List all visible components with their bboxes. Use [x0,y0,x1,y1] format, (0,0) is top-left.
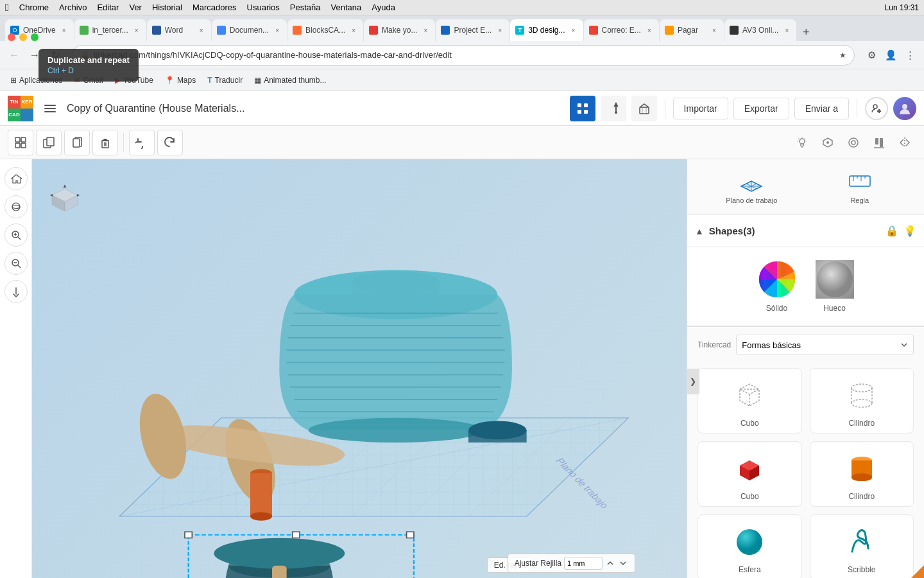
more-btn[interactable]: ⋮ [901,46,919,64]
user-avatar[interactable] [893,97,916,120]
reload-button[interactable]: ↻ [46,46,64,64]
tab-make[interactable]: Make yo... × [364,19,435,41]
minimize-button[interactable] [19,33,27,41]
duplicate-button[interactable] [36,130,62,155]
canvas-area[interactable]: ▲ ◄ ► [32,159,687,578]
close-button[interactable] [8,33,15,41]
ventana-menu[interactable]: Ventana [331,3,362,12]
pestana-menu[interactable]: Pestaña [290,3,321,12]
tab-close-blocks[interactable]: × [349,26,358,35]
tab-close-3ddesign[interactable]: × [569,26,578,35]
tab-close-onedrive[interactable]: × [60,26,69,35]
hueco-option[interactable]: Hueco [816,260,854,313]
grid-size-input[interactable] [564,557,603,570]
tab-3ddesign[interactable]: T 3D desig... × [510,19,583,41]
chrome-menu[interactable]: Chrome [19,3,49,12]
delete-button[interactable] [92,130,118,155]
bookmark-maps[interactable]: 📍 Maps [160,72,201,89]
ayuda-menu[interactable]: Ayuda [372,3,395,12]
tab-doc[interactable]: Documen... × [212,19,287,41]
extensions-btn[interactable]: ⚙ [862,46,880,64]
tab-close-intercer[interactable]: × [132,26,141,35]
cilindro-solid-icon [843,450,881,488]
cilindro-solid-card[interactable]: Cilindro [810,441,914,507]
svg-text:Plano de trabajo: Plano de trabajo [554,456,610,510]
tab-blocks[interactable]: BlocksCA... × [287,19,363,41]
maximize-button[interactable] [31,33,38,41]
zoom-out-button[interactable] [4,252,28,275]
tab-intercer[interactable]: in_tercer... × [74,19,146,41]
dropdown-chevron-icon [900,341,908,349]
library-dropdown[interactable]: Formas básicas [736,335,914,355]
solido-option[interactable]: Sólido [758,260,796,313]
bookmark-gmail[interactable]: ✉ Gmail [69,72,108,89]
marcadores-menu[interactable]: Marcadores [193,3,237,12]
light-toggle-button[interactable] [791,131,814,154]
ver-menu[interactable]: Ver [129,3,142,12]
export-button[interactable]: Exportar [733,98,789,119]
import-button[interactable]: Importar [673,98,728,119]
bookmark-traducir[interactable]: T Traducir [202,72,248,89]
cubo-outline-card[interactable]: Cubo [697,368,802,434]
bookmark-aplicaciones[interactable]: ⊞ Aplicaciones [5,72,67,89]
rotate-view-button[interactable] [4,195,28,218]
editar-menu[interactable]: Editar [97,3,119,12]
tab-close-word[interactable]: × [197,26,206,35]
grid-view-button[interactable] [570,96,595,121]
tab-pagar[interactable]: Pagar × [660,19,724,41]
scribble-card[interactable]: Scribble [810,514,914,578]
archivo-menu[interactable]: Archivo [59,3,87,12]
tab-close-make[interactable]: × [421,26,430,35]
tab-word[interactable]: Word × [147,19,211,41]
shapes-panel-header: ▲ Shapes(3) 🔒 💡 [687,215,924,247]
tab-close-pagar[interactable]: × [710,26,719,35]
forward-button[interactable]: → [26,46,44,64]
address-bar[interactable]: 🔒 tinkercad.com/things/hIVKIAcjCDQ-copy-… [72,45,855,66]
add-user-button[interactable] [865,97,888,120]
cubo-solid-card[interactable]: Cubo [697,441,802,507]
tab-close-project[interactable]: × [495,26,504,35]
light-shape-button[interactable]: 💡 [903,225,916,237]
hamburger-menu-button[interactable] [41,100,59,118]
tab-av3[interactable]: AV3 Onli... × [724,19,796,41]
new-tab-button[interactable]: + [797,23,815,41]
profile-btn[interactable]: 👤 [882,46,900,64]
mirror-button[interactable] [893,131,916,154]
tinkercad-logo[interactable]: TIN KER CAD [8,96,33,121]
cilindro-outline-card[interactable]: Cilindro [810,368,914,434]
cubo-solid-icon [730,450,769,488]
snap-toggle-button[interactable] [816,131,839,154]
bookmark-youtube[interactable]: ▶ YouTube [110,72,158,89]
usuarios-menu[interactable]: Usuarios [247,3,280,12]
tab-close-doc[interactable]: × [273,26,282,35]
align-down-button[interactable] [868,131,891,154]
send-button[interactable]: Enviar a [794,98,849,119]
apple-logo[interactable]:  [5,2,9,13]
shapes-collapse-button[interactable]: ▲ [695,226,704,236]
tools-icon [607,102,620,115]
tab-close-av3[interactable]: × [782,26,791,35]
lock-shape-button[interactable]: 🔒 [886,225,898,237]
undo-button[interactable] [129,130,155,155]
tab-close-correo[interactable]: × [645,26,654,35]
view-mode-button[interactable] [842,131,865,154]
package-view-button[interactable] [631,96,657,121]
panel-collapse-button[interactable]: ❯ [687,369,699,394]
historial-menu[interactable]: Historial [152,3,182,12]
regla-tool[interactable]: Regla [806,164,914,209]
tools-view-button[interactable] [601,96,626,121]
svg-rect-15 [47,137,54,146]
esfera-card[interactable]: Esfera [697,514,802,578]
group-button[interactable] [8,130,33,155]
plano-de-trabajo-tool[interactable]: Plano de trabajo [697,164,806,209]
back-button[interactable]: ← [5,46,23,64]
home-view-button[interactable] [4,167,28,190]
redo-button[interactable] [157,130,183,155]
tab-project[interactable]: Project E... × [436,19,509,41]
copy-button[interactable] [64,130,90,155]
snap-to-ground-button[interactable] [4,280,28,303]
tab-correo[interactable]: Correo: E... × [584,19,659,41]
bookmark-animated[interactable]: ▦ Animated thumb... [249,72,331,89]
zoom-in-button[interactable] [4,223,28,247]
align-down-icon [873,136,886,149]
